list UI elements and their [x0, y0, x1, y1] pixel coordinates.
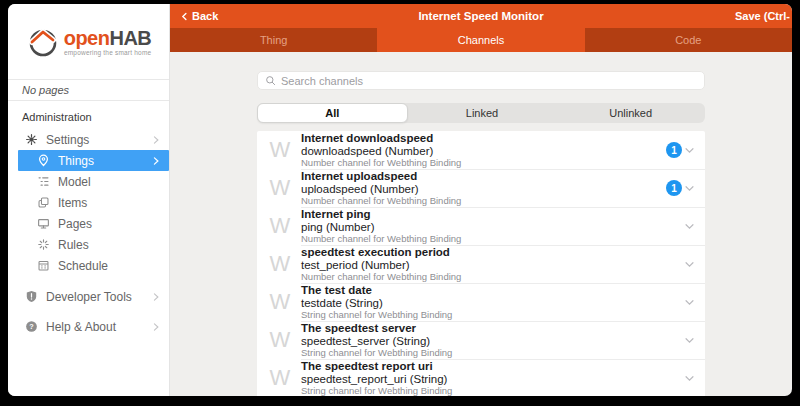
- channel-title: The speedtest report uri: [301, 360, 684, 373]
- question-icon: ?: [24, 320, 38, 334]
- sidebar-item-label: Items: [58, 196, 161, 210]
- channel-description: Number channel for Webthing Binding: [301, 195, 666, 206]
- sidebar-item-label: Things: [58, 154, 143, 168]
- sidebar-item-model[interactable]: Model: [8, 171, 169, 192]
- chevron-right-icon: [151, 322, 161, 332]
- webthing-channel-icon: W: [265, 321, 295, 359]
- page-title: Internet Speed Monitor: [170, 10, 792, 22]
- filter-segment-all[interactable]: All: [257, 103, 408, 123]
- openhab-logo: openHAB empowering the smart home: [26, 25, 152, 59]
- channel-row[interactable]: W speedtest execution period test_period…: [257, 245, 705, 283]
- logo-tagline: empowering the smart home: [64, 49, 151, 56]
- tab-bar: ThingChannelsCode: [170, 28, 792, 52]
- schedule-calendar-icon: [36, 259, 50, 273]
- svg-text:?: ?: [29, 322, 34, 331]
- sidebar-footer-menu: Developer Tools ? Help & About: [8, 286, 169, 337]
- channel-description: Number channel for Webthing Binding: [301, 233, 684, 244]
- channel-row[interactable]: W The test date testdate (String) String…: [257, 283, 705, 321]
- location-pin-icon: [36, 154, 50, 168]
- sidebar-item-label: Settings: [46, 133, 143, 147]
- chevron-right-icon: [151, 292, 161, 302]
- main-panel: Back Internet Speed Monitor Save (Ctrl- …: [170, 4, 792, 396]
- sidebar-item-label: Rules: [58, 238, 161, 252]
- webthing-channel-icon: W: [265, 245, 295, 283]
- webthing-channel-icon: W: [265, 131, 295, 169]
- channel-title: Internet downloadspeed: [301, 132, 666, 145]
- sidebar-item-help-about[interactable]: ? Help & About: [8, 316, 169, 337]
- openhab-logo-icon: [26, 25, 60, 59]
- sidebar: openHAB empowering the smart home No pag…: [8, 4, 170, 396]
- content-area: AllLinkedUnlinked W Internet downloadspe…: [170, 52, 792, 396]
- channel-title: The test date: [301, 284, 684, 297]
- chevron-down-icon[interactable]: [684, 373, 695, 384]
- channel-description: String channel for Webthing Binding: [301, 385, 684, 396]
- back-label: Back: [192, 10, 218, 22]
- channel-id: speedtest_report_uri (String): [301, 373, 684, 386]
- channel-description: String channel for Webthing Binding: [301, 347, 684, 358]
- back-button[interactable]: Back: [180, 10, 218, 22]
- tab-thing[interactable]: Thing: [170, 28, 377, 52]
- sidebar-item-label: Help & About: [46, 320, 143, 334]
- chevron-down-icon[interactable]: [684, 335, 695, 346]
- webthing-channel-icon: W: [265, 283, 295, 321]
- gear-icon: [24, 133, 38, 147]
- channel-description: String channel for Webthing Binding: [301, 309, 684, 320]
- search-icon: [265, 75, 276, 86]
- sidebar-item-label: Developer Tools: [46, 290, 143, 304]
- sidebar-item-things[interactable]: Things: [18, 150, 169, 171]
- channel-id: speedtest_server (String): [301, 335, 684, 348]
- filter-segment-linked[interactable]: Linked: [408, 103, 557, 123]
- chevron-down-icon[interactable]: [684, 145, 695, 156]
- rules-spark-icon: [36, 238, 50, 252]
- logo-area: openHAB empowering the smart home: [8, 4, 169, 80]
- sidebar-item-rules[interactable]: Rules: [8, 234, 169, 255]
- top-navbar: Back Internet Speed Monitor Save (Ctrl-: [170, 4, 792, 28]
- sidebar-item-label: Pages: [58, 217, 161, 231]
- channel-title: Internet uploadspeed: [301, 170, 666, 183]
- channel-title: Internet ping: [301, 208, 684, 221]
- chevron-right-icon: [151, 135, 161, 145]
- sidebar-menu: Settings Things Model Items Pages Rules …: [8, 129, 169, 276]
- linked-count-badge: 1: [666, 180, 682, 196]
- sidebar-item-pages[interactable]: Pages: [8, 213, 169, 234]
- chevron-down-icon[interactable]: [684, 297, 695, 308]
- filter-segmented-control: AllLinkedUnlinked: [257, 103, 705, 123]
- model-tree-icon: [36, 175, 50, 189]
- chevron-down-icon[interactable]: [684, 221, 695, 232]
- channel-row[interactable]: W The speedtest report uri speedtest_rep…: [257, 359, 705, 396]
- tab-code[interactable]: Code: [585, 28, 792, 52]
- channel-id: uploadspeed (Number): [301, 183, 666, 196]
- webthing-channel-icon: W: [265, 169, 295, 207]
- channel-row[interactable]: W Internet ping ping (Number) Number cha…: [257, 207, 705, 245]
- channel-description: Number channel for Webthing Binding: [301, 271, 684, 282]
- pages-monitor-icon: [36, 217, 50, 231]
- webthing-channel-icon: W: [265, 207, 295, 245]
- administration-section-label: Administration: [8, 101, 169, 129]
- no-pages-label: No pages: [8, 80, 169, 101]
- channel-title: speedtest execution period: [301, 246, 684, 259]
- sidebar-item-label: Model: [58, 175, 161, 189]
- shield-icon: [24, 290, 38, 304]
- sidebar-item-items[interactable]: Items: [8, 192, 169, 213]
- channel-row[interactable]: W Internet uploadspeed uploadspeed (Numb…: [257, 169, 705, 207]
- channel-list: W Internet downloadspeed downloadspeed (…: [257, 131, 705, 396]
- filter-segment-unlinked[interactable]: Unlinked: [556, 103, 705, 123]
- webthing-channel-icon: W: [265, 359, 295, 396]
- save-button[interactable]: Save (Ctrl-: [735, 10, 790, 22]
- channel-row[interactable]: W Internet downloadspeed downloadspeed (…: [257, 131, 705, 169]
- app-window: openHAB empowering the smart home No pag…: [8, 4, 792, 396]
- sidebar-item-label: Schedule: [58, 259, 161, 273]
- sidebar-item-settings[interactable]: Settings: [8, 129, 169, 150]
- chevron-down-icon[interactable]: [684, 183, 695, 194]
- search-input[interactable]: [281, 75, 697, 87]
- channel-row[interactable]: W The speedtest server speedtest_server …: [257, 321, 705, 359]
- items-copy-icon: [36, 196, 50, 210]
- search-bar: [257, 71, 705, 90]
- sidebar-item-developer-tools[interactable]: Developer Tools: [8, 286, 169, 307]
- tab-channels[interactable]: Channels: [377, 28, 584, 52]
- channel-id: ping (Number): [301, 221, 684, 234]
- chevron-down-icon[interactable]: [684, 259, 695, 270]
- chevron-right-icon: [151, 156, 161, 166]
- channel-id: downloadspeed (Number): [301, 145, 666, 158]
- sidebar-item-schedule[interactable]: Schedule: [8, 255, 169, 276]
